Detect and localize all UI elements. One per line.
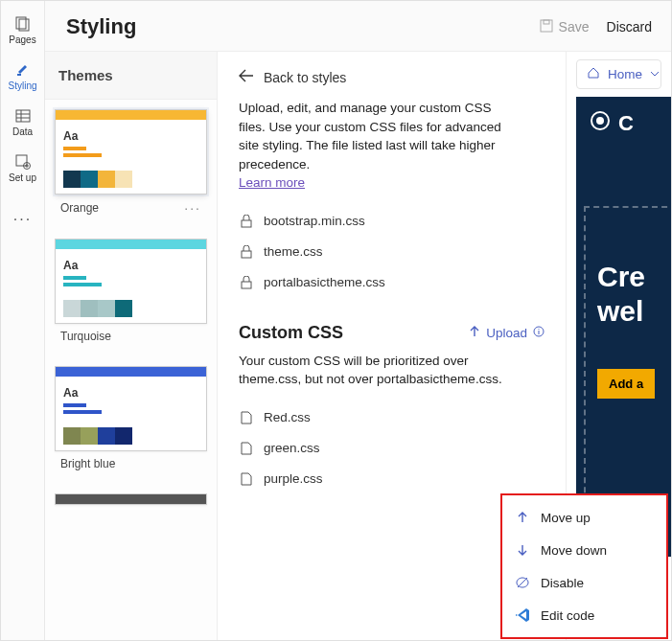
svg-rect-12 — [242, 251, 251, 258]
setup-icon — [14, 153, 32, 171]
arrow-up-icon — [514, 509, 531, 526]
theme-preview-aa: Aa — [63, 386, 198, 400]
ctx-edit-code[interactable]: Edit code — [502, 599, 666, 631]
top-header: Styling Save Discard — [45, 1, 671, 52]
brush-icon — [14, 61, 32, 79]
theme-card-orange[interactable]: Aa — [55, 109, 207, 195]
svg-rect-10 — [544, 20, 549, 24]
home-dropdown[interactable]: Home — [576, 59, 661, 89]
theme-preview-aa: Aa — [63, 129, 198, 143]
disable-icon — [514, 574, 531, 591]
lock-icon — [239, 214, 254, 229]
save-icon — [540, 19, 553, 35]
nav-item-data[interactable]: Data — [1, 99, 45, 145]
custom-css-note: Your custom CSS will be prioritized over… — [218, 347, 524, 389]
vscode-icon — [514, 607, 531, 624]
svg-rect-9 — [541, 20, 552, 32]
arrow-down-icon — [514, 541, 531, 559]
locked-file-list: bootstrap.min.css theme.css portalbasict… — [218, 193, 566, 298]
info-icon — [533, 326, 545, 340]
theme-card-bright-blue[interactable]: Aa — [55, 366, 207, 451]
home-icon — [587, 66, 600, 82]
custom-file-row[interactable]: green.css — [239, 433, 545, 464]
nav-item-styling[interactable]: Styling — [1, 53, 45, 99]
data-icon — [14, 107, 32, 125]
ctx-move-down[interactable]: Move down — [502, 534, 666, 566]
lock-icon — [239, 275, 254, 290]
theme-name: Bright blue — [60, 457, 115, 470]
custom-file-row[interactable]: purple.css — [239, 464, 545, 494]
theme-preview-aa: Aa — [63, 259, 198, 272]
svg-rect-11 — [242, 220, 251, 227]
nav-more[interactable]: ··· — [1, 196, 45, 242]
svg-rect-7 — [16, 155, 27, 166]
preview-hero-text: Cre wel — [597, 260, 645, 329]
arrow-left-icon — [239, 69, 254, 85]
save-button[interactable]: Save — [540, 19, 590, 35]
locked-file-row[interactable]: bootstrap.min.css — [239, 206, 545, 237]
custom-css-heading: Custom CSS — [239, 323, 343, 343]
learn-more-link[interactable]: Learn more — [239, 175, 305, 190]
nav-label: Pages — [9, 34, 35, 45]
upload-icon — [469, 325, 480, 341]
custom-file-list: Red.css green.css purple.css — [218, 389, 566, 494]
themes-panel: Themes Aa — [45, 52, 218, 640]
locked-file-row[interactable]: portalbasictheme.css — [239, 267, 545, 298]
css-file-icon — [239, 410, 254, 425]
pages-icon — [14, 15, 32, 33]
locked-file-row[interactable]: theme.css — [239, 237, 545, 267]
preview-cta-button: Add a — [597, 369, 655, 399]
nav-label: Set up — [9, 172, 36, 183]
ctx-move-up[interactable]: Move up — [502, 501, 666, 534]
svg-point-16 — [538, 329, 539, 330]
svg-rect-2 — [17, 74, 21, 76]
site-preview: C Cre wel Add a — [576, 97, 671, 557]
theme-card-partial[interactable] — [55, 493, 207, 505]
theme-card-turquoise[interactable]: Aa — [55, 239, 207, 324]
context-menu: Move up Move down Disable Edit code — [500, 493, 668, 639]
chevron-down-icon — [650, 67, 660, 81]
theme-name: Turquoise — [60, 330, 111, 343]
css-file-icon — [239, 441, 254, 456]
css-file-icon — [239, 471, 254, 487]
theme-more-button[interactable]: ··· — [184, 200, 201, 216]
logo-icon — [590, 110, 611, 137]
styles-description: Upload, edit, and manage your custom CSS… — [218, 85, 524, 193]
svg-rect-3 — [16, 110, 30, 122]
page-title: Styling — [66, 14, 136, 39]
upload-button[interactable]: Upload — [469, 325, 545, 341]
custom-file-row[interactable]: Red.css — [239, 402, 545, 433]
ctx-disable[interactable]: Disable — [502, 566, 666, 599]
nav-rail: Pages Styling Data Set up ··· — [1, 1, 45, 640]
discard-button[interactable]: Discard — [607, 19, 652, 34]
svg-point-18 — [596, 117, 604, 125]
lock-icon — [239, 244, 254, 260]
themes-heading: Themes — [45, 52, 217, 100]
nav-item-pages[interactable]: Pages — [1, 7, 45, 53]
nav-item-setup[interactable]: Set up — [1, 145, 45, 191]
nav-label: Styling — [8, 80, 36, 91]
theme-name: Orange — [60, 201, 99, 215]
back-to-styles[interactable]: Back to styles — [218, 52, 566, 85]
svg-rect-13 — [242, 282, 251, 288]
nav-label: Data — [12, 126, 33, 137]
